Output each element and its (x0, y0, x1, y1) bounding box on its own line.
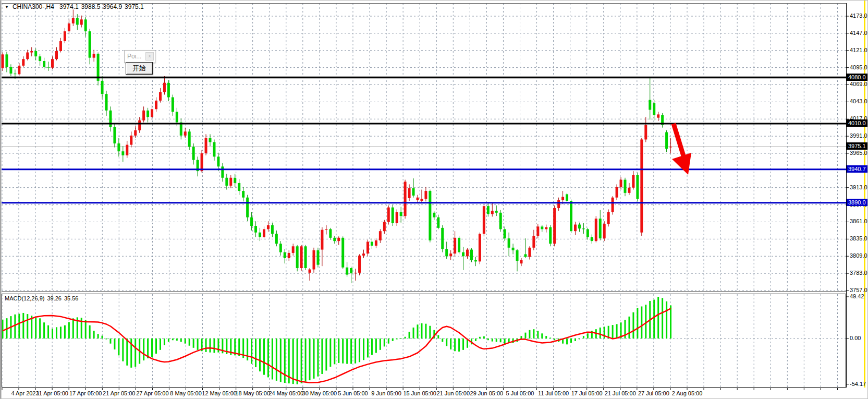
macd-histogram-bar[interactable] (213, 338, 215, 353)
macd-histogram-bar[interactable] (329, 338, 331, 367)
macd-histogram-bar[interactable] (600, 328, 601, 338)
macd-histogram-bar[interactable] (421, 323, 422, 338)
macd-histogram-bar[interactable] (122, 338, 124, 361)
candle[interactable] (458, 238, 460, 252)
macd-histogram-bar[interactable] (72, 318, 74, 338)
candle[interactable] (43, 61, 45, 67)
candle[interactable] (582, 228, 585, 229)
macd-histogram-bar[interactable] (342, 338, 344, 364)
candle[interactable] (142, 111, 145, 120)
macd-histogram-bar[interactable] (85, 320, 87, 338)
candle[interactable] (217, 156, 219, 166)
candle[interactable] (329, 229, 332, 237)
candle[interactable] (316, 250, 319, 265)
macd-histogram-bar[interactable] (251, 338, 252, 364)
candle[interactable] (424, 191, 427, 199)
candle[interactable] (504, 229, 506, 238)
macd-histogram-bar[interactable] (533, 329, 534, 338)
candle[interactable] (26, 53, 29, 59)
macd-histogram-bar[interactable] (18, 314, 20, 338)
candle[interactable] (632, 175, 634, 188)
candle[interactable] (578, 225, 581, 229)
candle[interactable] (337, 238, 340, 241)
macd-histogram-bar[interactable] (168, 338, 169, 342)
candle[interactable] (429, 191, 431, 240)
macd-histogram-bar[interactable] (450, 338, 451, 349)
candle[interactable] (549, 227, 552, 244)
macd-histogram-bar[interactable] (56, 327, 57, 338)
macd-histogram-bar[interactable] (666, 301, 667, 338)
macd-histogram-bar[interactable] (151, 338, 153, 357)
candle[interactable] (192, 147, 195, 160)
macd-histogram-bar[interactable] (487, 338, 489, 340)
macd-histogram-bar[interactable] (587, 333, 589, 338)
candle[interactable] (387, 208, 390, 222)
macd-histogram-bar[interactable] (405, 337, 406, 338)
candle[interactable] (163, 83, 166, 92)
candle[interactable] (105, 94, 108, 111)
macd-histogram-bar[interactable] (437, 335, 439, 338)
candle[interactable] (491, 211, 494, 214)
candle[interactable] (487, 206, 490, 214)
macd-histogram-bar[interactable] (102, 336, 103, 338)
candle[interactable] (138, 120, 141, 130)
close-icon[interactable]: x (145, 52, 154, 61)
candle[interactable] (34, 51, 37, 56)
candle[interactable] (9, 67, 12, 74)
macd-histogram-bar[interactable] (500, 338, 502, 342)
macd-histogram-bar[interactable] (126, 338, 128, 366)
candle[interactable] (64, 31, 66, 41)
macd-histogram-bar[interactable] (375, 338, 377, 353)
candle[interactable] (640, 139, 643, 232)
macd-histogram-bar[interactable] (325, 338, 327, 371)
macd-histogram-bar[interactable] (47, 325, 49, 338)
candle[interactable] (441, 228, 444, 249)
macd-histogram-bar[interactable] (417, 324, 419, 338)
candle[interactable] (242, 191, 244, 198)
macd-histogram-bar[interactable] (574, 338, 576, 341)
candle[interactable] (213, 142, 215, 157)
macd-histogram-bar[interactable] (114, 338, 115, 349)
candle[interactable] (528, 248, 531, 257)
macd-histogram-bar[interactable] (276, 338, 277, 381)
candle[interactable] (346, 268, 348, 275)
candle[interactable] (358, 256, 361, 273)
macd-histogram-bar[interactable] (479, 337, 481, 338)
macd-histogram-bar[interactable] (255, 338, 256, 367)
macd-histogram-bar[interactable] (579, 338, 580, 340)
candle[interactable] (225, 178, 228, 186)
candle[interactable] (176, 112, 178, 122)
macd-histogram-bar[interactable] (197, 338, 199, 350)
candle[interactable] (134, 130, 137, 136)
candle[interactable] (449, 253, 452, 256)
macd-histogram-bar[interactable] (272, 338, 273, 380)
start-button[interactable]: 开始 (126, 62, 153, 75)
macd-histogram-bar[interactable] (566, 338, 568, 344)
candle[interactable] (437, 217, 439, 228)
macd-histogram-bar[interactable] (89, 325, 91, 338)
candle[interactable] (84, 19, 87, 31)
candle[interactable] (541, 226, 543, 229)
candle[interactable] (76, 18, 79, 25)
candle[interactable] (126, 145, 128, 155)
candle[interactable] (209, 138, 212, 142)
candle[interactable] (238, 183, 240, 191)
candle[interactable] (649, 100, 651, 110)
macd-histogram-bar[interactable] (632, 312, 634, 338)
macd-histogram-bar[interactable] (529, 330, 530, 338)
candle[interactable] (636, 175, 639, 199)
macd-histogram-bar[interactable] (155, 338, 157, 354)
macd-histogram-bar[interactable] (359, 338, 360, 362)
macd-histogram-bar[interactable] (321, 338, 323, 374)
candle[interactable] (379, 231, 382, 240)
macd-histogram-bar[interactable] (43, 322, 45, 338)
candle[interactable] (599, 219, 602, 238)
macd-histogram-bar[interactable] (334, 338, 335, 364)
candle[interactable] (620, 180, 622, 187)
candle[interactable] (2, 54, 4, 68)
candle[interactable] (354, 273, 357, 273)
macd-signal-line[interactable] (3, 308, 671, 382)
candle[interactable] (271, 225, 274, 234)
macd-histogram-bar[interactable] (645, 305, 646, 338)
candle[interactable] (221, 166, 224, 177)
